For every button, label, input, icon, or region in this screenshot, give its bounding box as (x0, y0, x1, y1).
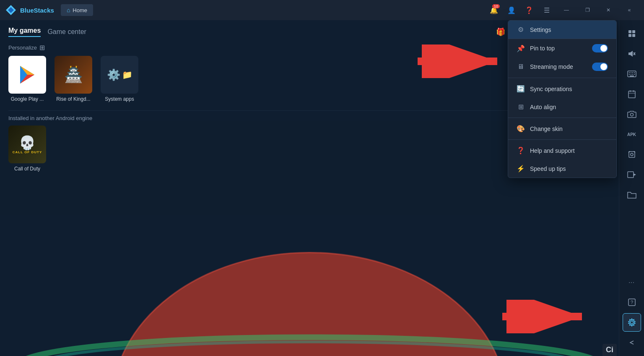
help-button[interactable]: ❓ (522, 3, 536, 17)
notification-badge: 10 (492, 4, 500, 8)
speed-up-tips-label: Speed up tips (530, 165, 608, 172)
sidebar-more-button[interactable]: ··· (623, 273, 641, 291)
streaming-mode-label: Streaming mode (530, 63, 587, 70)
hamburger-button[interactable]: ☰ (540, 3, 553, 17)
menu-item-pin-to-top[interactable]: 📌 Pin to top (508, 39, 616, 58)
menu-item-help-support[interactable]: ❓ Help and support (508, 141, 616, 160)
game-thumb-rok: 🏯 (55, 56, 92, 94)
sidebar-settings-button[interactable] (623, 313, 641, 332)
settings-menu-label: Settings (530, 26, 608, 33)
svg-rect-37 (629, 152, 635, 157)
menu-divider-1 (508, 78, 616, 78)
game-item-system-apps[interactable]: ⚙️ 📁 System apps (101, 56, 138, 102)
sidebar-apk-button[interactable]: APK (623, 125, 641, 144)
gift-icon: 🎁 (496, 27, 505, 37)
sidebar-camera-button[interactable] (623, 105, 641, 123)
menu-item-streaming-mode[interactable]: 🖥 Streaming mode (508, 58, 616, 76)
help-menu-icon: ❓ (517, 147, 525, 154)
svg-rect-32 (628, 91, 635, 98)
close-button[interactable]: ✕ (599, 3, 618, 17)
change-skin-label: Change skin (530, 126, 608, 132)
game-item-call-of-duty[interactable]: 💀 CALL OF DUTY Call of Duty (8, 126, 46, 172)
svg-rect-26 (634, 72, 635, 73)
svg-rect-31 (630, 76, 634, 76)
account-button[interactable]: 👤 (505, 3, 518, 17)
home-tab-label: Home (73, 7, 87, 13)
game-thumb-cod: 💀 CALL OF DUTY (8, 126, 46, 163)
personalize-grid-icon: ⊞ (39, 44, 45, 52)
minimize-button[interactable]: — (557, 3, 576, 17)
pin-menu-icon: 📌 (517, 44, 525, 52)
right-sidebar: APK ··· (619, 20, 644, 356)
svg-text:?: ? (630, 300, 633, 305)
pin-to-top-toggle[interactable] (592, 44, 608, 52)
game-item-google-play[interactable]: Google Play ... (8, 56, 46, 102)
sidebar-keyboard-button[interactable] (623, 65, 641, 83)
logo-area: BlueStacks (5, 4, 54, 16)
home-icon: ⌂ (67, 7, 70, 13)
bluestacks-logo-icon (5, 4, 17, 16)
svg-marker-19 (628, 51, 633, 57)
svg-rect-23 (629, 72, 630, 73)
svg-rect-17 (628, 34, 631, 37)
title-actions: 🔔 10 👤 ❓ ☰ (487, 3, 553, 17)
svg-point-38 (631, 153, 633, 156)
window-controls: — ❐ ✕ « (557, 3, 639, 17)
sidebar-calendar-button[interactable] (623, 85, 641, 103)
sync-menu-icon: 🔄 (517, 85, 525, 93)
sidebar-screenshot-button[interactable] (623, 145, 641, 164)
home-tab[interactable]: ⌂ Home (61, 4, 93, 16)
game-name-rok: Rise of Kingd... (56, 96, 90, 102)
svg-point-36 (630, 113, 633, 116)
tab-game-center[interactable]: Game center (47, 28, 86, 36)
collapse-button[interactable]: « (620, 3, 639, 17)
streaming-mode-toggle[interactable] (592, 63, 608, 71)
menu-item-auto-align[interactable]: ⊞ Auto align (508, 98, 616, 116)
svg-marker-44 (634, 173, 636, 176)
svg-rect-16 (632, 30, 635, 33)
titlebar: BlueStacks ⌂ Home 🔔 10 👤 ❓ ☰ — ❐ ✕ « (0, 0, 644, 20)
menu-item-speed-up-tips[interactable]: ⚡ Speed up tips (508, 160, 616, 178)
svg-rect-15 (628, 30, 631, 33)
svg-rect-28 (631, 74, 631, 75)
dropdown-menu: ⚙ Settings 📌 Pin to top 🖥 Streaming mode… (508, 20, 617, 178)
streaming-menu-icon: 🖥 (517, 63, 525, 71)
brand-name: BlueStacks (20, 7, 54, 14)
svg-rect-25 (632, 72, 633, 73)
sidebar-help-button[interactable]: ? (623, 293, 641, 312)
maximize-button[interactable]: ❐ (578, 3, 597, 17)
notification-button[interactable]: 🔔 10 (487, 3, 501, 17)
game-name-system-apps: System apps (105, 96, 134, 102)
cod-skull-icon: 💀 (13, 135, 42, 151)
menu-item-change-skin[interactable]: 🎨 Change skin (508, 120, 616, 138)
svg-rect-29 (632, 74, 633, 75)
sidebar-folder-button[interactable] (623, 186, 641, 204)
speed-menu-icon: ⚡ (517, 165, 525, 173)
svg-rect-18 (632, 34, 635, 37)
menu-item-settings[interactable]: ⚙ Settings (508, 21, 616, 39)
game-thumb-google-play (8, 56, 46, 94)
pin-to-top-label: Pin to top (530, 45, 587, 52)
svg-rect-24 (631, 72, 631, 73)
svg-rect-30 (634, 74, 635, 75)
help-support-label: Help and support (530, 147, 608, 154)
svg-rect-27 (629, 74, 630, 75)
sidebar-collapse-button[interactable] (623, 333, 641, 352)
tab-my-games[interactable]: My games (8, 27, 41, 37)
sidebar-volume-button[interactable] (623, 44, 641, 63)
sync-operations-label: Sync operations (530, 86, 608, 92)
sidebar-expand-button[interactable] (623, 24, 641, 43)
menu-item-sync-operations[interactable]: 🔄 Sync operations (508, 80, 616, 98)
auto-align-label: Auto align (530, 104, 608, 110)
settings-menu-icon: ⚙ (517, 26, 525, 34)
sidebar-video-button[interactable] (623, 165, 641, 184)
game-thumb-system-apps: ⚙️ 📁 (101, 56, 138, 94)
menu-divider-2 (508, 118, 616, 118)
cod-title-text: CALL OF DUTY (13, 151, 42, 154)
game-name-cod: Call of Duty (14, 166, 40, 172)
align-menu-icon: ⊞ (517, 103, 525, 111)
game-name-google-play: Google Play ... (11, 96, 44, 102)
sidebar-dots-icon: ··· (628, 279, 635, 285)
game-item-rise-of-kingdoms[interactable]: 🏯 Rise of Kingd... (55, 56, 92, 102)
menu-divider-3 (508, 139, 616, 140)
